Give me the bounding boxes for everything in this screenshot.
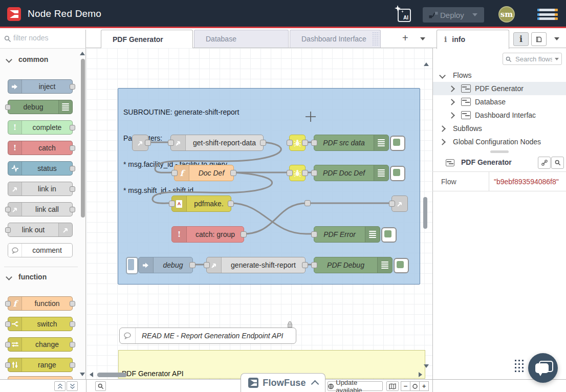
flow-node-debug-bug-1[interactable] bbox=[289, 135, 306, 151]
flow-node-doc-def[interactable]: f Doc Def bbox=[174, 165, 234, 181]
flow-node-catch-group[interactable]: ! catch: group bbox=[171, 226, 244, 243]
port[interactable] bbox=[311, 231, 317, 237]
port[interactable] bbox=[230, 170, 236, 176]
debug-toggle-button[interactable] bbox=[390, 166, 405, 181]
port[interactable] bbox=[287, 140, 293, 146]
flow-node-link-in[interactable] bbox=[132, 135, 148, 151]
list-icon bbox=[374, 135, 388, 150]
port[interactable] bbox=[228, 201, 234, 207]
port[interactable] bbox=[171, 170, 178, 176]
inject-button[interactable] bbox=[126, 257, 138, 274]
canvas-scroll-left-icon[interactable] bbox=[90, 372, 93, 377]
canvas-vscrollbar[interactable] bbox=[423, 197, 427, 229]
port[interactable] bbox=[241, 231, 247, 237]
lock-icon bbox=[287, 321, 293, 328]
inject-arrow-icon bbox=[139, 257, 154, 273]
node-red-app: Node Red Demo AI Deploy sm common bbox=[0, 0, 566, 392]
canvas-scroll-right-icon[interactable] bbox=[419, 372, 422, 377]
port[interactable] bbox=[302, 262, 308, 268]
port[interactable] bbox=[287, 170, 293, 176]
flow-node-pdf-error[interactable]: PDF Error bbox=[314, 226, 380, 243]
flowfuse-panel-button[interactable]: FlowFuse bbox=[241, 373, 325, 392]
flowfuse-logo-icon bbox=[248, 378, 258, 388]
list-icon bbox=[365, 227, 380, 242]
port[interactable] bbox=[169, 201, 175, 207]
flow-node-pdf-src-data[interactable]: PDF src data bbox=[314, 135, 389, 151]
comment-bubble-icon bbox=[120, 328, 136, 343]
port[interactable] bbox=[389, 201, 395, 207]
port[interactable] bbox=[260, 140, 266, 146]
port[interactable] bbox=[302, 170, 308, 176]
port[interactable] bbox=[302, 140, 308, 146]
port[interactable] bbox=[311, 170, 317, 176]
flow-node-pdf-doc-def[interactable]: PDF Doc Def bbox=[314, 165, 389, 181]
port[interactable] bbox=[168, 140, 174, 146]
exclamation-icon: ! bbox=[172, 227, 187, 242]
junction-port[interactable] bbox=[304, 200, 311, 206]
port[interactable] bbox=[311, 140, 317, 146]
debug-toggle-button[interactable] bbox=[394, 258, 409, 273]
bug-icon bbox=[293, 169, 301, 177]
list-icon bbox=[377, 257, 392, 273]
bug-icon bbox=[293, 139, 301, 147]
flow-node-link-out[interactable] bbox=[391, 195, 408, 212]
flow-node-generate-shift-report[interactable]: generate-shift-report bbox=[206, 257, 306, 273]
debug-toggle-button[interactable] bbox=[390, 136, 405, 151]
flow-node-pdf-debug[interactable]: PDF Debug bbox=[314, 257, 393, 273]
chevron-up-icon bbox=[311, 380, 319, 388]
chat-bubble-tail bbox=[538, 373, 542, 376]
canvas-hscrollbar[interactable] bbox=[97, 373, 127, 377]
flow-node-debug-bug-2[interactable] bbox=[289, 165, 306, 181]
debug-toggle-button[interactable] bbox=[381, 227, 397, 243]
list-icon bbox=[374, 165, 388, 181]
port[interactable] bbox=[145, 140, 151, 146]
flow-node-get-shift-report-data[interactable]: get-shift-report-data bbox=[170, 135, 264, 151]
chat-bubble-icon bbox=[535, 363, 549, 373]
canvas-scroll-up-icon[interactable] bbox=[424, 62, 429, 66]
canvas-scroll-down-icon[interactable] bbox=[424, 364, 429, 368]
flowfuse-label: FlowFuse bbox=[263, 378, 306, 388]
chat-widget-button[interactable] bbox=[528, 353, 558, 383]
flow-node-pdfmake[interactable]: A pdfmake. bbox=[171, 195, 231, 212]
port[interactable] bbox=[189, 262, 195, 268]
port[interactable] bbox=[311, 262, 317, 268]
flow-node-inject-debug[interactable]: debug bbox=[138, 257, 193, 273]
flow-node-comment-readme[interactable]: READ ME - Report Generation Endpoint API bbox=[119, 328, 296, 344]
port[interactable] bbox=[204, 262, 210, 268]
